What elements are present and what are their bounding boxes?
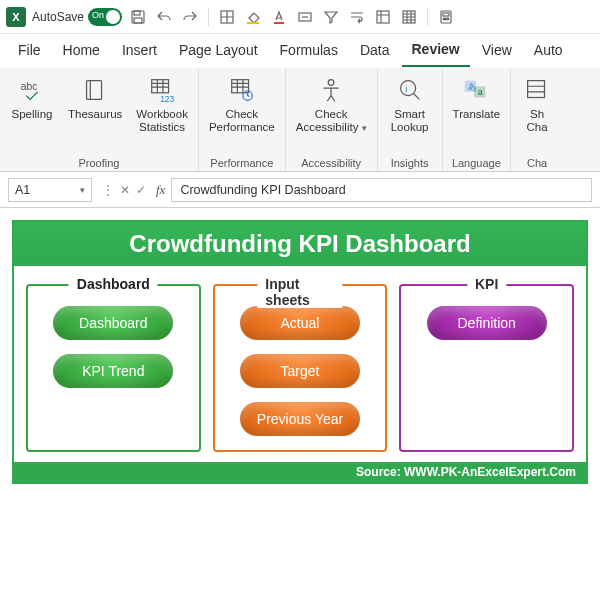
card-input-title: Input sheets xyxy=(257,276,342,308)
dashboard-footer: Source: WWW.PK-AnExcelExpert.Com xyxy=(14,462,586,482)
spelling-icon: abc xyxy=(16,74,48,106)
worksheet-area[interactable]: Crowdfunding KPI Dashboard Dashboard Das… xyxy=(0,208,600,496)
format-table-icon[interactable] xyxy=(399,7,419,27)
translate-button[interactable]: あa Translate xyxy=(447,72,507,123)
nav-button-previous-year[interactable]: Previous Year xyxy=(240,402,360,436)
fill-color-icon[interactable] xyxy=(243,7,263,27)
title-bar: X AutoSave On xyxy=(0,0,600,34)
accessibility-icon xyxy=(315,74,347,106)
check-performance-button[interactable]: CheckPerformance xyxy=(203,72,281,136)
group-label-changes: Cha xyxy=(515,155,559,169)
svg-text:a: a xyxy=(478,87,483,97)
save-icon[interactable] xyxy=(128,7,148,27)
group-insights: i SmartLookup Insights xyxy=(378,68,443,171)
group-performance: CheckPerformance Performance xyxy=(199,68,286,171)
nav-button-actual[interactable]: Actual xyxy=(240,306,360,340)
autosave-toggle[interactable]: AutoSave On xyxy=(32,8,122,26)
thesaurus-icon xyxy=(79,74,111,106)
cell-reference: A1 xyxy=(15,183,30,197)
check-accessibility-button[interactable]: CheckAccessibility ▾ xyxy=(290,72,373,136)
ribbon: abc Spelling Thesaurus 123 WorkbookStati… xyxy=(0,68,600,172)
card-input-sheets: Input sheets Actual Target Previous Year xyxy=(213,284,388,452)
svg-point-11 xyxy=(447,18,449,20)
nav-button-definition[interactable]: Definition xyxy=(427,306,547,340)
tab-review[interactable]: Review xyxy=(402,35,470,67)
svg-rect-14 xyxy=(152,80,169,93)
toggle-switch-icon: On xyxy=(88,8,122,26)
svg-rect-13 xyxy=(87,81,102,100)
group-label-insights: Insights xyxy=(382,155,438,169)
svg-point-19 xyxy=(400,81,415,96)
svg-point-10 xyxy=(445,18,447,20)
tab-automate[interactable]: Auto xyxy=(524,36,573,66)
font-color-icon[interactable] xyxy=(269,7,289,27)
svg-text:i: i xyxy=(405,84,407,94)
tab-insert[interactable]: Insert xyxy=(112,36,167,66)
tab-file[interactable]: File xyxy=(8,36,51,66)
svg-rect-5 xyxy=(377,11,389,23)
dashboard-title: Crowdfunding KPI Dashboard xyxy=(129,230,470,258)
borders-icon[interactable] xyxy=(217,7,237,27)
svg-rect-2 xyxy=(134,18,142,23)
group-language: あa Translate Language xyxy=(443,68,512,171)
group-label-language: Language xyxy=(447,155,507,169)
wrap-text-icon[interactable] xyxy=(347,7,367,27)
cancel-formula-icon[interactable]: ✕ xyxy=(120,183,130,197)
formula-options-icon[interactable]: ⋮ xyxy=(102,183,114,197)
card-kpi: KPI Definition xyxy=(399,284,574,452)
translate-icon: あa xyxy=(460,74,492,106)
separator xyxy=(208,8,209,26)
show-changes-icon xyxy=(521,74,553,106)
group-label-proofing: Proofing xyxy=(4,155,194,169)
group-changes: ShCha Cha xyxy=(511,68,563,171)
nav-button-target[interactable]: Target xyxy=(240,354,360,388)
group-label-accessibility: Accessibility xyxy=(290,155,373,169)
formula-input[interactable]: Crowdfunding KPI Dashboard xyxy=(171,178,592,202)
tab-view[interactable]: View xyxy=(472,36,522,66)
undo-icon[interactable] xyxy=(154,7,174,27)
autosave-label: AutoSave xyxy=(32,10,84,24)
svg-rect-1 xyxy=(134,11,140,15)
check-performance-icon xyxy=(226,74,258,106)
tab-home[interactable]: Home xyxy=(53,36,110,66)
show-changes-button[interactable]: ShCha xyxy=(515,72,559,136)
workbook-statistics-icon: 123 xyxy=(146,74,178,106)
tab-data[interactable]: Data xyxy=(350,36,400,66)
filter-icon[interactable] xyxy=(321,7,341,27)
card-dashboard: Dashboard Dashboard KPI Trend xyxy=(26,284,201,452)
redo-icon[interactable] xyxy=(180,7,200,27)
nav-button-kpi-trend[interactable]: KPI Trend xyxy=(53,354,173,388)
smart-lookup-button[interactable]: i SmartLookup xyxy=(382,72,438,136)
svg-rect-25 xyxy=(528,81,545,98)
excel-app-icon: X xyxy=(6,7,26,27)
separator xyxy=(427,8,428,26)
formula-buttons: ⋮ ✕ ✓ xyxy=(98,183,150,197)
svg-point-9 xyxy=(443,18,445,20)
freeze-panes-icon[interactable] xyxy=(373,7,393,27)
svg-text:123: 123 xyxy=(160,94,174,104)
enter-formula-icon[interactable]: ✓ xyxy=(136,183,146,197)
card-dashboard-title: Dashboard xyxy=(69,276,158,292)
card-kpi-title: KPI xyxy=(467,276,506,292)
name-box[interactable]: A1 ▾ xyxy=(8,178,92,202)
merge-icon[interactable] xyxy=(295,7,315,27)
nav-button-dashboard[interactable]: Dashboard xyxy=(53,306,173,340)
dashboard-container: Crowdfunding KPI Dashboard Dashboard Das… xyxy=(12,220,588,484)
group-accessibility: CheckAccessibility ▾ Accessibility xyxy=(286,68,378,171)
calculator-icon[interactable] xyxy=(436,7,456,27)
chevron-down-icon: ▾ xyxy=(80,185,85,195)
group-proofing: abc Spelling Thesaurus 123 WorkbookStati… xyxy=(0,68,199,171)
tab-formulas[interactable]: Formulas xyxy=(270,36,348,66)
smart-lookup-icon: i xyxy=(394,74,426,106)
dashboard-title-bar: Crowdfunding KPI Dashboard xyxy=(14,222,586,266)
spelling-button[interactable]: abc Spelling xyxy=(4,72,60,123)
group-label-performance: Performance xyxy=(203,155,281,169)
svg-rect-8 xyxy=(443,13,449,16)
workbook-statistics-button[interactable]: 123 WorkbookStatistics xyxy=(130,72,194,136)
ribbon-tabs: File Home Insert Page Layout Formulas Da… xyxy=(0,34,600,68)
fx-icon[interactable]: fx xyxy=(150,182,171,198)
dashboard-body: Dashboard Dashboard KPI Trend Input shee… xyxy=(14,266,586,462)
tab-page-layout[interactable]: Page Layout xyxy=(169,36,268,66)
thesaurus-button[interactable]: Thesaurus xyxy=(62,72,128,123)
formula-bar: A1 ▾ ⋮ ✕ ✓ fx Crowdfunding KPI Dashboard xyxy=(0,172,600,208)
